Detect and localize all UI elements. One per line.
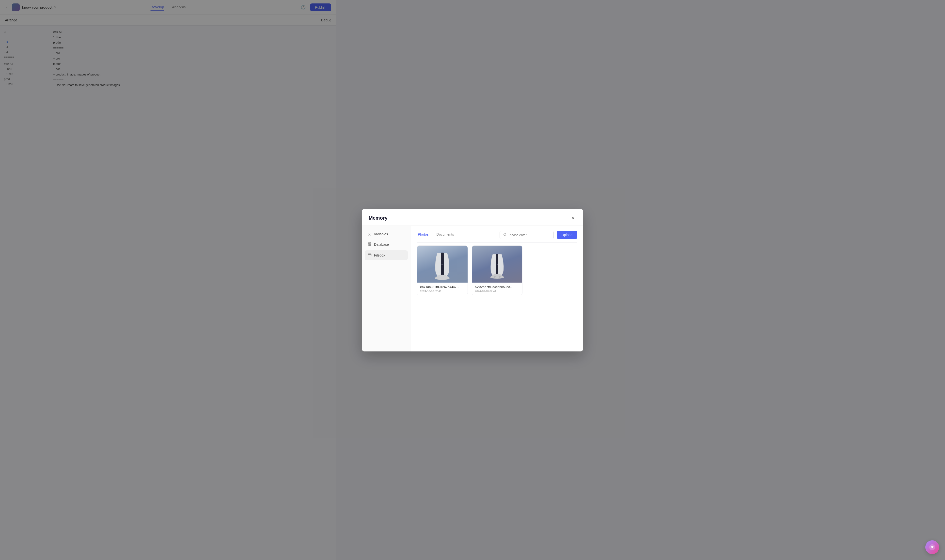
modal-overlay[interactable]: Memory × (x) Variables [0,0,336,560]
